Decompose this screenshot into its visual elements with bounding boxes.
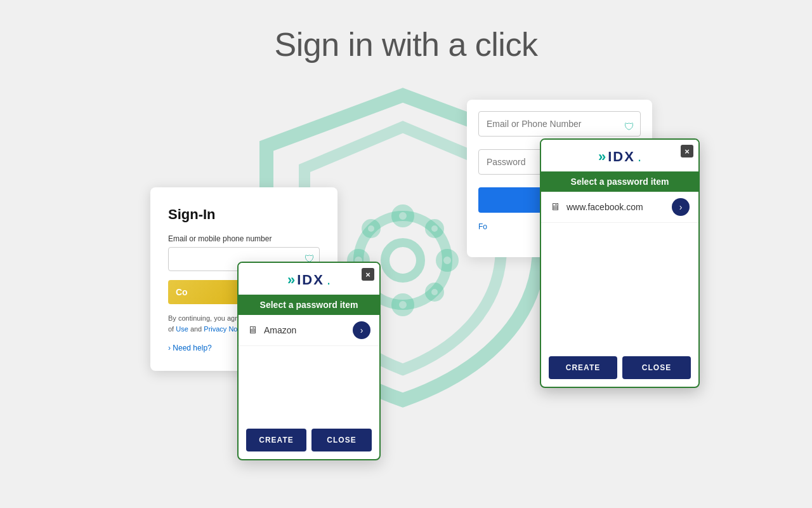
need-help-link[interactable]: › Need help? — [168, 344, 212, 352]
idx-large-chevrons-icon: » — [598, 149, 604, 165]
idx-large-close-button[interactable]: CLOSE — [622, 356, 691, 379]
idx-large-item-name: www.facebook.com — [566, 202, 665, 212]
idx-large-select-bar: Select a password item — [541, 171, 698, 192]
svg-point-6 — [428, 222, 441, 235]
idx-small-footer: CREATE CLOSE — [239, 422, 379, 459]
svg-point-5 — [365, 222, 377, 235]
idx-small-close-x-button[interactable]: × — [362, 268, 374, 281]
idx-small-chevrons-icon: » — [287, 272, 293, 288]
svg-point-4 — [440, 253, 455, 268]
signin-continue-label: Co — [176, 287, 188, 297]
idx-small-spacer — [239, 346, 379, 422]
idx-small-item-icon: 🖥 — [247, 324, 258, 336]
idx-large-close-x-button[interactable]: × — [681, 145, 693, 157]
idx-small-item: 🖥 Amazon › — [239, 315, 379, 346]
idx-small-header: » IDX. × — [239, 263, 379, 295]
idx-large-create-button[interactable]: CREATE — [549, 356, 617, 379]
svg-point-8 — [428, 286, 441, 298]
idx-small-close-button[interactable]: CLOSE — [311, 429, 372, 451]
idx-small-text: IDX — [297, 272, 324, 288]
idx-small-logo: » IDX. — [287, 272, 331, 288]
idx-large-header: » IDX. × — [541, 140, 698, 171]
idx-popup-large: » IDX. × Select a password item 🖥 www.fa… — [540, 138, 700, 388]
idx-large-text: IDX — [608, 149, 635, 165]
page-title: Sign in with a click — [0, 0, 812, 64]
signin-title: Sign-In — [168, 206, 320, 223]
terms-use-link[interactable]: Use — [176, 325, 188, 333]
idx-large-logo: » IDX. — [598, 149, 641, 165]
idx-large-footer: CREATE CLOSE — [541, 350, 698, 387]
idx-small-select-bar: Select a password item — [239, 295, 379, 315]
svg-point-2 — [395, 297, 410, 312]
idx-large-item: 🖥 www.facebook.com › — [541, 192, 698, 223]
login-email-input[interactable] — [478, 111, 641, 137]
login-forgot-link[interactable]: Fo — [478, 222, 487, 231]
idx-popup-small: » IDX. × Select a password item 🖥 Amazon… — [237, 262, 381, 460]
svg-point-1 — [395, 208, 410, 224]
idx-small-item-name: Amazon — [264, 325, 346, 335]
signin-email-label: Email or mobile phone number — [168, 234, 320, 243]
idx-large-item-arrow-button[interactable]: › — [672, 198, 690, 216]
idx-small-create-button[interactable]: CREATE — [246, 429, 306, 451]
svg-point-9 — [385, 243, 421, 278]
idx-large-dot: . — [638, 149, 641, 165]
idx-small-dot: . — [327, 272, 331, 288]
login-shield-icon: 🛡 — [624, 121, 634, 133]
idx-large-item-icon: 🖥 — [550, 201, 560, 213]
idx-small-item-arrow-button[interactable]: › — [353, 321, 370, 339]
idx-large-spacer — [541, 223, 698, 350]
